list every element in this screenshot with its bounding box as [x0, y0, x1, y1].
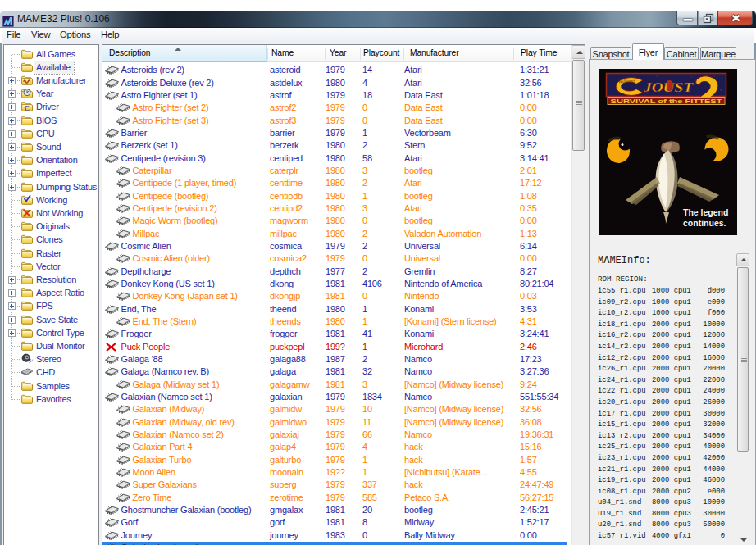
svg-text:SURVIVAL of the FITTEST: SURVIVAL of the FITTEST [611, 98, 722, 105]
svg-text:The legend: The legend [683, 207, 728, 217]
svg-text:continues.: continues. [683, 218, 726, 228]
svg-text:Williams: Williams [618, 78, 636, 84]
